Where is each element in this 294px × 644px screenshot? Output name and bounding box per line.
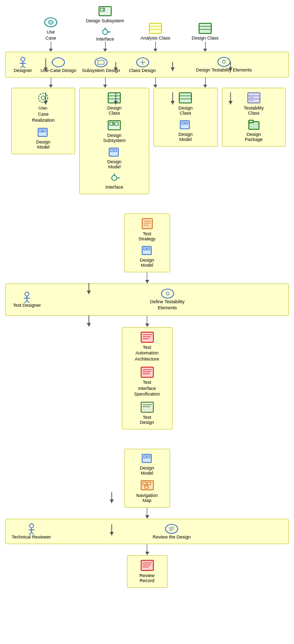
- technical-reviewer-item: Technical Reviewer: [12, 523, 51, 540]
- subsystem-design-item: Subsystem Design: [81, 57, 121, 73]
- design-subsystem-label: Design Subsystem: [86, 18, 124, 24]
- use-case-node: Use Case: [30, 15, 71, 41]
- use-case-label: Use Case: [45, 29, 56, 41]
- use-case-real-label: Use-CaseRealization: [32, 105, 55, 123]
- svg-rect-47: [98, 60, 104, 64]
- technical-reviewer-label: Technical Reviewer: [12, 534, 51, 540]
- svg-point-29: [103, 29, 108, 34]
- svg-rect-76: [180, 121, 189, 129]
- section2-output: TestAutomationArchitecture TestInterface…: [4, 327, 290, 430]
- class-design-label: Class Design: [129, 68, 156, 73]
- review-record-box: ReviewRecord: [127, 555, 168, 588]
- test-design-icon: [141, 402, 154, 413]
- diagram-page: Use Case Design Subsystem: [0, 0, 294, 588]
- testability-class-label: TestabilityClass: [244, 105, 264, 116]
- design-model-nav-box: DesignModel NavigationMap: [124, 449, 170, 508]
- arrow-s3-2: [4, 544, 290, 555]
- svg-rect-100: [141, 332, 153, 342]
- svg-rect-35: [199, 23, 211, 33]
- review-record-label: ReviewRecord: [140, 573, 155, 583]
- design-model-s3-label: DesignModel: [140, 466, 154, 476]
- navigation-map-icon: [141, 480, 154, 491]
- inputs-row: Use Case Design Subsystem: [4, 4, 290, 42]
- arrows-to-outputs: [4, 78, 290, 88]
- svg-rect-79: [248, 93, 260, 103]
- svg-point-46: [95, 58, 107, 67]
- analysis-class-icon: [147, 21, 164, 35]
- design-package-label: DesignPackage: [245, 132, 263, 142]
- test-designer-label: Test Designer: [13, 303, 41, 308]
- review-design-icon: [165, 523, 179, 534]
- design-subsystem-label1: DesignSubsystem: [103, 133, 126, 143]
- analysis-class-node: Analysis Class: [135, 21, 176, 42]
- section2: TestStrategy DesignModel: [0, 209, 294, 430]
- define-testability-icon: [160, 288, 175, 299]
- svg-point-54: [39, 93, 48, 102]
- design-subsystem-icon1: [108, 120, 121, 131]
- outputs-row1: Use-CaseRealization DesignModel DesignCl…: [4, 88, 290, 194]
- section1: Use Case Design Subsystem: [0, 0, 294, 194]
- test-automation-label: TestAutomationArchitecture: [135, 345, 159, 363]
- technical-reviewer-icon: [25, 523, 38, 534]
- svg-rect-86: [142, 219, 152, 229]
- design-class-label1: DesignClass: [107, 105, 121, 116]
- svg-rect-60: [108, 93, 120, 103]
- svg-rect-108: [141, 402, 153, 412]
- design-model-label1: DesignModel: [36, 139, 50, 150]
- test-automation-box: TestAutomationArchitecture TestInterface…: [122, 327, 173, 430]
- testability-class-icon: [247, 92, 260, 103]
- test-designer-item: Test Designer: [12, 292, 42, 308]
- use-case-icon: [43, 15, 59, 29]
- svg-rect-67: [109, 148, 118, 156]
- review-record-icon: [141, 560, 154, 571]
- class-design-icon: [136, 57, 150, 68]
- define-testability-label: Define TestabilityElements: [150, 299, 185, 311]
- design-package-icon: [248, 120, 259, 130]
- subsystem-design-icon: [94, 57, 108, 68]
- arrow-s2-2: [4, 316, 290, 327]
- design-model-icon3: [179, 120, 191, 130]
- subsystem-design-label: Subsystem Design: [82, 68, 120, 73]
- design-class-top-label: Design Class: [191, 35, 218, 42]
- analysis-class-icon-svg: [149, 23, 162, 34]
- use-case-real-icon: [37, 92, 50, 103]
- design-model-icon1: [37, 127, 49, 137]
- test-strategy-label: TestStrategy: [139, 231, 156, 241]
- svg-point-93: [25, 292, 29, 296]
- interface-label: Interface: [96, 37, 114, 42]
- svg-rect-85: [249, 120, 253, 123]
- designer-label: Designer: [14, 68, 32, 73]
- interface-icon: Interface: [96, 27, 114, 42]
- design-testability-item: Design Testability Elements: [164, 56, 284, 74]
- section3-input: DesignModel NavigationMap: [4, 449, 290, 508]
- test-designer-icon: [21, 292, 33, 303]
- design-subsystem-node: Design Subsystem Interface: [82, 4, 128, 42]
- design-model-icon2: [108, 147, 120, 157]
- design-class-top-icon: [197, 21, 213, 35]
- design-model-s2-label: DesignModel: [140, 258, 154, 268]
- svg-rect-32: [149, 23, 161, 33]
- use-case-real-box: Use-CaseRealization DesignModel: [11, 88, 75, 154]
- svg-point-55: [41, 96, 45, 100]
- interface-icon2: [109, 173, 120, 183]
- svg-rect-129: [141, 560, 153, 570]
- define-testability-item: Define TestabilityElements: [52, 288, 282, 311]
- svg-rect-90: [142, 246, 151, 255]
- design-testability-icon: [217, 56, 231, 67]
- design-model-s3: [141, 453, 153, 463]
- svg-point-25: [48, 20, 53, 24]
- svg-point-52: [222, 60, 225, 63]
- design-model-label2: DesignModel: [107, 159, 121, 169]
- svg-point-98: [161, 289, 174, 298]
- design-class-label2: DesignClass: [178, 105, 192, 116]
- review-design-item: Review the Design: [61, 523, 282, 540]
- svg-point-43: [52, 58, 64, 67]
- designer-item: Designer: [10, 57, 36, 73]
- svg-point-70: [112, 175, 117, 181]
- review-design-label: Review the Design: [153, 534, 191, 540]
- subsystem-icon-svg: [99, 6, 112, 17]
- test-interface-label: TestInterfaceSpecification: [134, 380, 160, 398]
- design-model-s2: [141, 245, 153, 256]
- swimlane-row3: Technical Reviewer Review the Design: [5, 519, 289, 544]
- analysis-class-label: Analysis Class: [141, 35, 171, 42]
